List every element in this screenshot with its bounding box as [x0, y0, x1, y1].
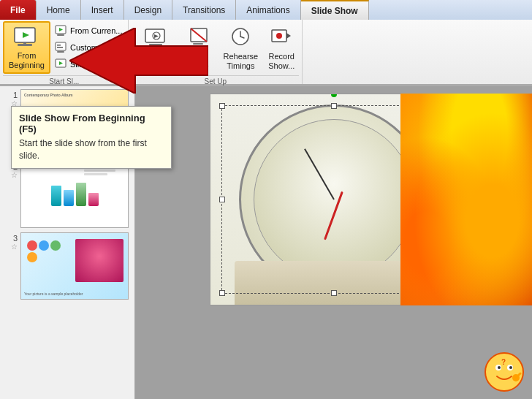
tab-animations-label: Animations — [246, 5, 289, 15]
tab-slideshow[interactable]: Slide Show — [301, 0, 369, 20]
svg-rect-7 — [56, 42, 66, 50]
slide-number-3: 3 — [7, 232, 18, 243]
btn-record-show[interactable]: Record Show... — [264, 21, 299, 74]
mascot: ? — [484, 352, 525, 392]
slide-star-2: ☆ — [11, 171, 18, 179]
svg-rect-3 — [23, 42, 26, 45]
record-show-icon — [268, 24, 294, 50]
tab-slideshow-label: Slide Show — [311, 6, 358, 16]
slide-star-3: ☆ — [11, 243, 18, 251]
from-beginning-icon — [13, 25, 39, 50]
svg-marker-26 — [69, 28, 208, 94]
slide-thumb-3[interactable]: Your picture is a sample placeholder — [20, 232, 129, 300]
svg-point-30 — [498, 366, 501, 369]
handle-ml[interactable] — [219, 197, 225, 202]
svg-point-25 — [276, 33, 282, 39]
svg-rect-8 — [57, 45, 61, 46]
handle-tl[interactable] — [219, 103, 225, 109]
slide-thumb-2[interactable] — [20, 161, 129, 228]
svg-marker-24 — [286, 33, 291, 39]
tab-bar: File Home Insert Design Transitions Anim… — [0, 0, 532, 20]
from-beginning-label: From Beginning — [9, 51, 45, 70]
handle-bl[interactable] — [219, 290, 225, 296]
big-red-arrow — [69, 28, 208, 96]
svg-rect-10 — [57, 51, 64, 53]
canvas-area: ? — [135, 86, 532, 399]
from-current-icon — [55, 24, 68, 37]
record-show-label: Record Show... — [268, 52, 294, 71]
handle-tm[interactable] — [331, 103, 337, 109]
tooltip: Slide Show From Beginning (F5) Start the… — [11, 106, 172, 169]
tab-insert-label: Insert — [91, 5, 113, 15]
tooltip-description: Start the slide show from the first slid… — [19, 137, 164, 162]
tab-file[interactable]: File — [0, 0, 37, 20]
slide-show-btn-icon — [55, 58, 68, 71]
tab-transitions-label: Transitions — [183, 5, 225, 15]
svg-text:?: ? — [501, 358, 506, 366]
flowers-image — [400, 94, 532, 305]
handle-bm[interactable] — [331, 290, 337, 296]
svg-rect-6 — [57, 34, 64, 36]
tab-home[interactable]: Home — [37, 0, 81, 20]
btn-rehearse-timings[interactable]: Rehearse Timings — [219, 21, 263, 74]
tab-insert[interactable]: Insert — [81, 0, 124, 20]
tab-animations[interactable]: Animations — [236, 0, 300, 20]
slide-item-3[interactable]: 3 ☆ Your picture is a sample placeholder — [3, 232, 132, 300]
svg-point-31 — [509, 366, 512, 369]
tab-home-label: Home — [47, 5, 70, 15]
rehearse-timings-label: Rehearse Timings — [224, 52, 259, 71]
slide-number-1: 1 — [7, 89, 18, 99]
rehearse-timings-icon — [227, 24, 254, 50]
custom-show-icon — [55, 41, 68, 54]
tab-transitions[interactable]: Transitions — [172, 0, 236, 20]
btn-from-beginning[interactable]: From Beginning — [3, 21, 50, 74]
tooltip-title: Slide Show From Beginning (F5) — [19, 113, 164, 134]
tab-file-label: File — [10, 5, 26, 15]
tab-design-label: Design — [134, 5, 162, 15]
slide-item-2[interactable]: 2 ☆ — [3, 161, 132, 228]
svg-rect-9 — [57, 47, 63, 48]
tab-design[interactable]: Design — [124, 0, 172, 20]
